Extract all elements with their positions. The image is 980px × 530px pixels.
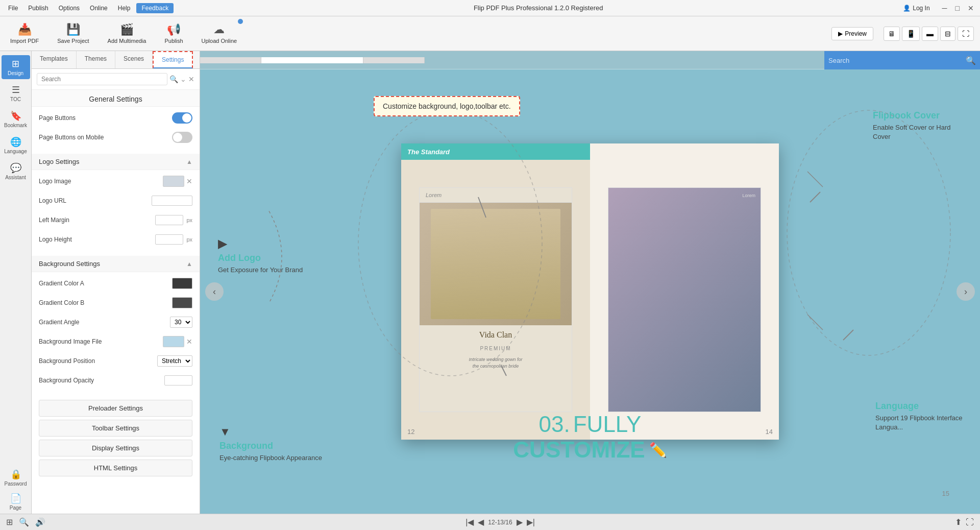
gradient-color-a-swatch[interactable]: [172, 278, 192, 289]
content-tab-3[interactable]: [363, 57, 425, 63]
center-num: 03.: [539, 412, 570, 437]
background-settings-header[interactable]: Background Settings ▲: [32, 256, 200, 272]
sidebar-item-design[interactable]: ⊞ Design: [2, 55, 30, 79]
gradient-color-a-row: Gradient Color A: [39, 276, 192, 291]
gradient-angle-select[interactable]: 30 45 90: [170, 317, 192, 328]
add-logo-callout: ▶ Add Logo Get Exposure for Your Brand: [218, 237, 303, 275]
background-opacity-input[interactable]: 1: [164, 375, 192, 386]
background-position-row: Background Position Stretch Center Tile: [39, 354, 192, 368]
content-area: 🔍 Customize background, logo,toolbar etc…: [200, 51, 980, 514]
background-position-select[interactable]: Stretch Center Tile: [157, 355, 192, 367]
top-search-input[interactable]: [828, 57, 964, 64]
tab-scenes[interactable]: Scenes: [115, 51, 153, 68]
zoom-in-icon[interactable]: 🔍: [19, 517, 29, 527]
sidebar-item-page[interactable]: 📄 Page: [2, 490, 30, 514]
menu-options[interactable]: Options: [55, 4, 84, 13]
top-search-icon[interactable]: 🔍: [966, 56, 976, 65]
flipbook-cover-callout: Flipbook Cover Enable Soft Cover or Hard…: [873, 110, 965, 141]
view-fullscreen-button[interactable]: ⛶: [958, 27, 974, 41]
volume-icon[interactable]: 🔊: [35, 517, 45, 527]
view-desktop-button[interactable]: 🖥: [884, 27, 900, 41]
logo-url-label: Logo URL: [39, 197, 152, 204]
logo-image-clear[interactable]: ✕: [186, 177, 192, 185]
menu-online[interactable]: Online: [86, 4, 112, 13]
left-margin-row: Left Margin 0 px: [39, 213, 192, 227]
background-image-clear[interactable]: ✕: [186, 338, 192, 346]
logo-height-input[interactable]: 40: [155, 234, 183, 245]
html-settings-button[interactable]: HTML Settings: [39, 460, 192, 476]
display-settings-button[interactable]: Display Settings: [39, 440, 192, 456]
left-margin-control: 0 px: [155, 215, 192, 225]
last-page-icon[interactable]: ▶|: [527, 517, 535, 527]
view-split-button[interactable]: ⊟: [940, 27, 955, 41]
sidebar-item-assistant[interactable]: 💬 Assistant: [2, 159, 30, 183]
logo-image-label: Logo Image: [39, 178, 163, 185]
background-image-control: ✕: [163, 336, 192, 347]
tab-settings[interactable]: Settings: [153, 51, 193, 68]
tab-themes[interactable]: Themes: [77, 51, 115, 68]
language-callout-text: Support 19 Flipbook Interface Langua...: [875, 414, 967, 432]
sidebar-item-language[interactable]: 🌐 Language: [2, 133, 30, 157]
sidebar-item-bookmark[interactable]: 🔖 Bookmark: [2, 107, 30, 131]
publish-button[interactable]: 📢 Publish: [160, 21, 187, 46]
view-widescreen-button[interactable]: ▬: [922, 27, 938, 41]
feedback-button[interactable]: Feedback: [136, 3, 174, 13]
menu-bar: File Publish Options Online Help Feedbac…: [4, 3, 174, 13]
bookmark-icon: 🔖: [10, 110, 21, 122]
tab-templates[interactable]: Templates: [32, 51, 77, 68]
panel-collapse-icon[interactable]: ✕: [188, 75, 194, 83]
minimize-button[interactable]: ─: [940, 4, 949, 12]
page-buttons-control: [172, 112, 192, 124]
menu-publish[interactable]: Publish: [24, 4, 52, 13]
background-opacity-row: Background Opacity 1: [39, 373, 192, 388]
gradient-color-b-swatch[interactable]: [172, 297, 192, 308]
login-button[interactable]: 👤 Log In: [903, 5, 929, 12]
menu-file[interactable]: File: [4, 4, 22, 13]
nav-next-button[interactable]: ›: [957, 282, 975, 301]
share-icon[interactable]: ⬆: [955, 517, 962, 527]
book-page-right: Lorem 14: [590, 143, 779, 440]
close-button[interactable]: ✕: [966, 4, 976, 12]
book-header-left: The Standard: [401, 143, 590, 160]
next-page-icon[interactable]: ▶: [517, 517, 523, 527]
preloader-settings-button[interactable]: Preloader Settings: [39, 400, 192, 417]
panel-search-input[interactable]: [37, 73, 167, 85]
logo-height-unit: px: [186, 236, 192, 243]
nav-prev-button[interactable]: ‹: [205, 282, 224, 301]
panel-tabs: Templates Themes Scenes Settings: [32, 51, 200, 69]
toolbar-settings-button[interactable]: Toolbar Settings: [39, 420, 192, 437]
grid-view-icon[interactable]: ⊞: [6, 517, 13, 527]
center-label2: CUSTOMIZE: [513, 437, 645, 463]
preview-button[interactable]: ▶ Preview: [831, 27, 873, 40]
page-buttons-mobile-toggle[interactable]: [172, 132, 192, 143]
language-icon: 🌐: [10, 136, 21, 148]
menu-help[interactable]: Help: [114, 4, 135, 13]
view-tablet-button[interactable]: 📱: [902, 27, 920, 41]
panel-expand-icon[interactable]: ⌄: [180, 75, 186, 83]
sidebar-item-toc[interactable]: ☰ TOC: [2, 81, 30, 105]
left-margin-input[interactable]: 0: [155, 215, 183, 225]
fullscreen-icon[interactable]: ⛶: [966, 518, 974, 527]
maximize-button[interactable]: □: [953, 4, 962, 12]
mag-title-left: Lorem: [420, 188, 572, 203]
page-buttons-toggle[interactable]: [172, 112, 192, 124]
panel-search-bar: 🔍 ⌄ ✕: [32, 69, 200, 90]
add-multimedia-button[interactable]: 🎬 Add Multimedia: [104, 21, 151, 46]
panel-search-icon[interactable]: 🔍: [169, 75, 178, 83]
save-project-button[interactable]: 💾 Save Project: [53, 21, 93, 46]
first-page-icon[interactable]: |◀: [465, 517, 474, 527]
book-content-left: Lorem Vida Clan PREMIUM Intricate weddin…: [401, 160, 590, 440]
background-image-label: Background Image File: [39, 338, 163, 345]
prev-page-icon[interactable]: ◀: [478, 517, 484, 527]
page-number-fold: 14: [766, 428, 773, 436]
logo-image-control: ✕: [163, 176, 192, 187]
logo-settings-header[interactable]: Logo Settings ▲: [32, 154, 200, 170]
import-pdf-button[interactable]: 📥 Import PDF: [6, 21, 43, 46]
sidebar-item-password[interactable]: 🔒 Password: [2, 466, 30, 490]
upload-online-button[interactable]: ☁ Upload Online: [198, 21, 241, 46]
content-tab-1[interactable]: [200, 57, 261, 63]
logo-url-input[interactable]: [152, 196, 192, 206]
content-tab-2[interactable]: [261, 57, 363, 63]
app-title: Flip PDF Plus Professional 1.2.0 Registe…: [174, 4, 903, 12]
top-search-bar: 🔍: [824, 51, 980, 69]
